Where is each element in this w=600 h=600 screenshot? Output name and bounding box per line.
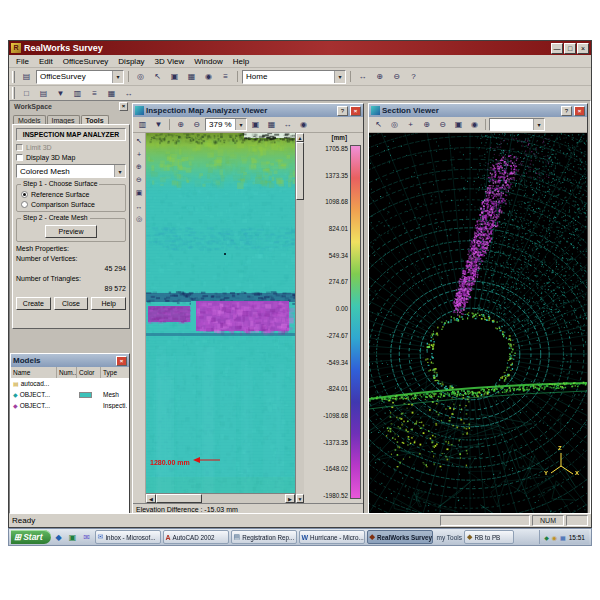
mesh-type-combo[interactable]: Colored Mesh ▾ xyxy=(16,164,126,178)
menu-edit[interactable]: Edit xyxy=(34,57,58,66)
zoom-out-icon[interactable]: ⊖ xyxy=(133,174,145,186)
tunnel-pointcloud[interactable] xyxy=(369,133,587,514)
zoom-in-icon[interactable]: ⊕ xyxy=(372,70,387,83)
horizontal-scrollbar[interactable]: ◀ ▶ xyxy=(146,493,295,503)
maximize-icon[interactable]: □ xyxy=(564,43,576,54)
close-icon[interactable]: × xyxy=(116,356,127,366)
section-combo[interactable]: ▾ xyxy=(489,118,545,131)
close-icon[interactable]: × xyxy=(350,106,361,116)
zoom-in-icon[interactable]: ⊕ xyxy=(173,118,188,131)
close-icon[interactable]: × xyxy=(574,106,585,116)
menu-3dview[interactable]: 3D View xyxy=(150,57,190,66)
column-num[interactable]: Num... xyxy=(57,367,77,378)
close-icon[interactable]: × xyxy=(577,43,589,54)
task-button-realworks[interactable]: ◆ RealWorks Survey xyxy=(367,530,433,544)
view-combo[interactable]: Home ▾ xyxy=(242,70,346,84)
zoom-fit-icon[interactable]: ▣ xyxy=(133,187,145,199)
open-icon[interactable]: ▤ xyxy=(36,87,51,100)
scroll-up-icon[interactable]: ▲ xyxy=(296,133,304,142)
chevron-down-icon[interactable]: ▾ xyxy=(533,119,544,131)
zoom-fit-icon[interactable]: ▣ xyxy=(451,118,466,131)
camera-icon[interactable]: ◉ xyxy=(467,118,482,131)
layers-icon[interactable]: ≡ xyxy=(218,70,233,83)
my-tools-label[interactable]: my Tools xyxy=(437,534,463,541)
chevron-down-icon[interactable]: ▾ xyxy=(114,165,125,177)
chevron-down-icon[interactable]: ▾ xyxy=(334,71,345,83)
measure-icon[interactable]: ↔ xyxy=(121,87,136,100)
limit-3d-checkbox[interactable] xyxy=(16,144,23,151)
clock[interactable]: 15:51 xyxy=(569,534,585,541)
create-button[interactable]: Create xyxy=(16,297,51,310)
zoom-in-icon[interactable]: ⊕ xyxy=(133,161,145,173)
task-button-inbox[interactable]: ✉ Inbox - Microsof... xyxy=(95,530,161,544)
menu-file[interactable]: File xyxy=(11,57,34,66)
column-name[interactable]: Name xyxy=(11,367,57,378)
tab-models[interactable]: Models xyxy=(13,115,46,124)
tray-icon[interactable]: ▦ xyxy=(560,534,566,541)
display-3d-map-checkbox[interactable] xyxy=(16,154,23,161)
measure-icon[interactable]: ↔ xyxy=(280,118,295,131)
chevron-down-icon[interactable]: ▾ xyxy=(235,119,246,131)
close-icon[interactable]: × xyxy=(119,102,128,111)
menu-window[interactable]: Window xyxy=(189,57,227,66)
help-button[interactable]: Help xyxy=(91,297,126,310)
help-icon[interactable]: ? xyxy=(406,70,421,83)
tab-tools[interactable]: Tools xyxy=(81,115,109,124)
reference-surface-radio[interactable] xyxy=(21,191,28,198)
save-icon[interactable]: ▼ xyxy=(151,118,166,131)
inspection-map-canvas[interactable]: ◀ ▶ 1280.00 mm xyxy=(146,133,295,503)
scroll-left-icon[interactable]: ◀ xyxy=(146,494,156,503)
quick-launch-icon[interactable]: ✉ xyxy=(81,533,93,542)
zoom-combo[interactable]: 379 % ▾ xyxy=(205,118,247,131)
tray-icon[interactable]: ◆ xyxy=(544,534,549,541)
column-type[interactable]: Type xyxy=(101,367,127,378)
print-icon[interactable]: ▥ xyxy=(135,118,150,131)
task-button-rbtopb[interactable]: ◆ RB to PB xyxy=(464,530,514,544)
quick-launch-icon[interactable]: ▣ xyxy=(67,533,79,542)
inspection-heatmap[interactable] xyxy=(146,133,295,493)
section-3d-view[interactable]: Z X Y xyxy=(369,133,587,514)
start-button[interactable]: ⊞ Start xyxy=(11,530,51,544)
new-icon[interactable]: □ xyxy=(19,87,34,100)
measure-icon[interactable]: ↔ xyxy=(133,200,145,212)
scrollbar-thumb[interactable] xyxy=(156,494,202,503)
target-icon[interactable]: ◎ xyxy=(133,213,145,225)
grid-icon[interactable]: ▦ xyxy=(264,118,279,131)
help-icon[interactable]: ? xyxy=(561,106,572,116)
table-row[interactable]: ▤autocad... xyxy=(11,378,129,389)
pointer-icon[interactable]: ↖ xyxy=(371,118,386,131)
preview-button[interactable]: Preview xyxy=(45,225,97,238)
camera-icon[interactable]: ◉ xyxy=(296,118,311,131)
grid-icon[interactable]: ▦ xyxy=(184,70,199,83)
zoom-out-icon[interactable]: ⊖ xyxy=(435,118,450,131)
zoom-in-icon[interactable]: ⊕ xyxy=(419,118,434,131)
zoom-fit-icon[interactable]: ▣ xyxy=(248,118,263,131)
pointer-icon[interactable]: ↖ xyxy=(150,70,165,83)
scrollbar-thumb[interactable] xyxy=(296,142,304,200)
menu-display[interactable]: Display xyxy=(113,57,149,66)
scroll-right-icon[interactable]: ▶ xyxy=(285,494,295,503)
save-icon[interactable]: ▼ xyxy=(53,87,68,100)
layers-icon[interactable]: ≡ xyxy=(87,87,102,100)
task-button-registration[interactable]: ▤ Registration Rep... xyxy=(231,530,297,544)
zoom-out-icon[interactable]: ⊖ xyxy=(389,70,404,83)
comparison-surface-radio[interactable] xyxy=(21,201,28,208)
vertical-scrollbar[interactable]: ▲ ▼ xyxy=(295,133,304,503)
close-button[interactable]: Close xyxy=(54,297,89,310)
grid-icon[interactable]: ▦ xyxy=(104,87,119,100)
open-icon[interactable]: ▤ xyxy=(19,70,34,83)
scroll-down-icon[interactable]: ▼ xyxy=(296,494,304,503)
tab-images[interactable]: Images xyxy=(47,115,80,124)
pan-icon[interactable]: + xyxy=(403,118,418,131)
measure-icon[interactable]: ↔ xyxy=(355,70,370,83)
table-row[interactable]: ◆OBJECT... Mesh xyxy=(11,389,129,400)
zoom-out-icon[interactable]: ⊖ xyxy=(189,118,204,131)
pan-icon[interactable]: + xyxy=(133,148,145,160)
tray-icon[interactable]: ◉ xyxy=(552,534,557,541)
menu-help[interactable]: Help xyxy=(228,57,254,66)
quick-launch-icon[interactable]: ◆ xyxy=(53,533,65,542)
print-icon[interactable]: ▥ xyxy=(70,87,85,100)
help-icon[interactable]: ? xyxy=(337,106,348,116)
task-button-autocad[interactable]: A AutoCAD 2002 xyxy=(163,530,229,544)
camera-icon[interactable]: ◉ xyxy=(201,70,216,83)
